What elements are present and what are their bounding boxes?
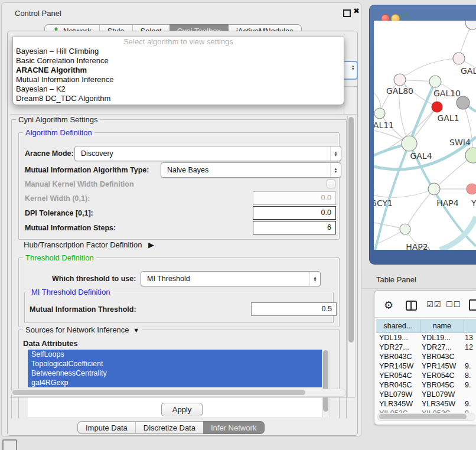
- table-row[interactable]: YDL19...YDL19...13: [376, 333, 476, 343]
- tab-discretize-data[interactable]: Discretize Data: [135, 421, 203, 434]
- table-row[interactable]: YDR27...YDR27...12: [376, 343, 476, 352]
- combo-arrows-icon: ▲▼: [309, 272, 320, 286]
- table-row[interactable]: YBL079WYBL079W: [376, 390, 476, 399]
- select-all-checks-icon[interactable]: ☑☑: [426, 300, 441, 309]
- list-item[interactable]: BetweennessCentrality: [28, 369, 322, 378]
- svg-text:GCY1: GCY1: [374, 198, 393, 208]
- network-graph: GAL GAL80 GAL10 GAL1 GAL11 GAL4 SWI4 GCY…: [374, 21, 476, 250]
- tab-impute-data[interactable]: Impute Data: [77, 421, 135, 434]
- data-attributes-label: Data Attributes: [23, 339, 78, 348]
- dpi-tolerance-input[interactable]: 0.0: [253, 206, 336, 220]
- svg-text:GAL10: GAL10: [433, 89, 461, 98]
- mi-type-label: Mutual Information Algorithm Type:: [25, 166, 149, 174]
- column-header-shared-name[interactable]: shared...: [376, 320, 420, 332]
- table-row[interactable]: YBR045CYBR045C9.: [376, 380, 476, 390]
- float-window-icon[interactable]: [343, 9, 351, 17]
- popup-item[interactable]: Bayesian – K2: [13, 84, 344, 94]
- table-row[interactable]: YBR043CYBR043C: [376, 352, 476, 361]
- table-hscrollbar-thumb[interactable]: [379, 414, 467, 419]
- screen: Control Panel ✖ Network Style Select Cyn…: [0, 0, 476, 450]
- node-gal80[interactable]: [394, 74, 406, 86]
- mi-type-value: Naive Bayes: [167, 166, 208, 174]
- kernel-width-label: Kernel Width (0,1):: [25, 194, 90, 203]
- threshold-definition-title: Threshold Definition: [23, 253, 96, 262]
- columns-icon[interactable]: [406, 301, 417, 311]
- node-gal4[interactable]: [402, 136, 417, 151]
- popup-item-selected[interactable]: ARACNE Algorithm: [13, 66, 344, 75]
- combo-arrows-icon: ▲▼: [330, 146, 341, 161]
- network-canvas[interactable]: GAL GAL80 GAL10 GAL1 GAL11 GAL4 SWI4 GCY…: [374, 21, 476, 250]
- popup-item[interactable]: Bayesian – Hill Climbing: [13, 47, 344, 56]
- table-row[interactable]: YLR345WYLR345W9.: [376, 399, 476, 409]
- popup-item[interactable]: Mutual Information Inference: [13, 75, 344, 84]
- node-hap4[interactable]: [428, 183, 440, 195]
- expander-down-arrow-icon[interactable]: ▼: [131, 327, 139, 334]
- svg-text:GAL: GAL: [461, 66, 476, 76]
- table-panel-window: ⚙ ☑☑ ☐☐ shared... name YDL19...YDL19...1…: [374, 291, 476, 425]
- node-gal1-red[interactable]: [432, 102, 442, 112]
- list-item[interactable]: SelfLoops: [28, 350, 322, 359]
- network-nodes[interactable]: [374, 21, 476, 250]
- list-item[interactable]: TopologicalCoefficient: [28, 359, 322, 369]
- clear-checks-icon[interactable]: ☐☐: [446, 300, 461, 309]
- new-table-icon[interactable]: [469, 299, 476, 311]
- combo-arrows-icon: ▲▼: [330, 163, 341, 177]
- column-header-name[interactable]: name: [420, 320, 465, 332]
- list-vertical-scrollbar[interactable]: [322, 350, 330, 417]
- control-panel-window: Control Panel ✖ Network Style Select Cyn…: [1, 2, 361, 437]
- svg-text:HAP4: HAP4: [436, 198, 459, 208]
- cyni-algorithm-settings-title: Cyni Algorithm Settings: [16, 115, 100, 124]
- mi-algorithm-type-combobox[interactable]: Naive Bayes ▲▼: [161, 162, 341, 178]
- algorithm-definition-title: Algorithm Definition: [23, 128, 94, 137]
- gear-icon[interactable]: ⚙: [384, 299, 393, 312]
- node-gal10[interactable]: [429, 76, 441, 87]
- node-gal11[interactable]: [374, 108, 385, 119]
- sources-title: Sources for Network Inference ▼: [23, 325, 142, 334]
- popup-item[interactable]: Dream8 DC_TDC Algorithm: [13, 94, 344, 103]
- toolbar-divider: [374, 317, 476, 318]
- table-horizontal-scrollbar[interactable]: [377, 413, 475, 421]
- control-panel-title: Control Panel: [15, 9, 61, 18]
- hub-expander[interactable]: Hub/Transcription Factor Definition ▶: [24, 240, 154, 249]
- node-hap2[interactable]: [400, 224, 410, 234]
- tab-infer-network[interactable]: Infer Network: [203, 421, 265, 434]
- dpi-tolerance-label: DPI Tolerance [0,1]:: [25, 209, 93, 217]
- mi-steps-input[interactable]: 6: [253, 221, 336, 234]
- node-gray[interactable]: [457, 96, 470, 109]
- hub-expander-label: Hub/Transcription Factor Definition: [24, 240, 142, 249]
- settings-vscrollbar-thumb[interactable]: [348, 117, 354, 343]
- table-row[interactable]: YER054CYER054C8.: [376, 371, 476, 380]
- svg-text:GAL11: GAL11: [374, 120, 394, 130]
- settings-horizontal-scrollbar[interactable]: [11, 389, 346, 397]
- collapsed-panel-chip[interactable]: [2, 439, 17, 450]
- node[interactable]: [465, 21, 476, 30]
- mi-threshold-label: Mutual Information Threshold:: [30, 305, 136, 314]
- svg-text:GAL80: GAL80: [386, 86, 413, 96]
- apply-button[interactable]: Apply: [161, 403, 203, 416]
- node[interactable]: [453, 53, 465, 64]
- node-labels: GAL GAL80 GAL10 GAL1 GAL11 GAL4 SWI4 GCY…: [374, 66, 476, 250]
- mi-threshold-input[interactable]: 0.5: [251, 302, 337, 316]
- aracne-mode-combobox[interactable]: Discovery ▲▼: [74, 146, 341, 161]
- close-icon[interactable]: ✖: [353, 6, 360, 15]
- manual-kernel-width-label: Manual Kernel Width Definition: [25, 180, 134, 188]
- node-table: shared... name YDL19...YDL19...13 YDR27.…: [376, 319, 476, 413]
- svg-text:SWI4: SWI4: [449, 138, 471, 147]
- svg-text:GAL4: GAL4: [410, 151, 432, 161]
- settings-vertical-scrollbar[interactable]: [347, 116, 356, 397]
- which-threshold-combobox[interactable]: MI Threshold ▲▼: [141, 271, 321, 286]
- svg-text:GAL1: GAL1: [437, 113, 459, 123]
- manual-kernel-width-checkbox[interactable]: [327, 180, 335, 188]
- list-item[interactable]: gal4RGexp: [28, 378, 322, 387]
- settings-hscrollbar-thumb[interactable]: [12, 390, 305, 395]
- popup-item[interactable]: Basic Correlation Inference: [13, 56, 344, 66]
- table-row[interactable]: YPR145WYPR145W9.: [376, 361, 476, 371]
- kernel-width-input[interactable]: 0.0: [253, 191, 336, 205]
- which-threshold-value: MI Threshold: [147, 275, 190, 283]
- node-salmon[interactable]: [467, 184, 476, 194]
- list-scrollbar-thumb[interactable]: [323, 350, 328, 412]
- column-header-partial[interactable]: [464, 320, 476, 332]
- which-threshold-label: Which threshold to use:: [52, 275, 136, 283]
- bottom-tabs: Impute Data Discretize Data Infer Networ…: [77, 421, 265, 434]
- expander-right-arrow-icon: ▶: [148, 240, 154, 249]
